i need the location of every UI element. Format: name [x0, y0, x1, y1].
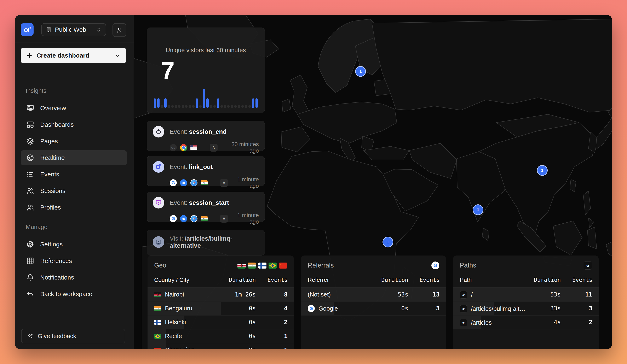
sidebar-divider [15, 42, 134, 43]
realtime-globe-icon [26, 154, 34, 162]
event-card-session-start[interactable]: Event:session_start G A 1 minute ago [147, 192, 265, 222]
map-marker[interactable]: 1 [355, 66, 366, 77]
geo-events: 8 [284, 291, 288, 298]
robot-icon [153, 126, 164, 137]
give-feedback-label: Give feedback [38, 333, 76, 340]
geo-row-nairobi[interactable]: Nairobi 1m 26s 8 [148, 288, 294, 302]
geo-events: 1 [284, 346, 288, 349]
sessions-people-icon [26, 187, 34, 195]
referral-row-not-set[interactable]: (Not set) 53s 13 [301, 288, 446, 302]
sidebar-item-settings[interactable]: Settings [21, 237, 127, 252]
paths-panel-title: Paths [460, 262, 584, 269]
path-duration: 53s [550, 291, 561, 298]
sidebar-item-realtime[interactable]: Realtime [21, 150, 127, 165]
path-row-articles[interactable]: oı'/articles 4s 2 [453, 316, 599, 329]
path-events: 3 [589, 305, 592, 312]
sidebar-item-sessions[interactable]: Sessions [21, 183, 127, 198]
events-icon [26, 170, 34, 179]
sidebar-item-pages[interactable]: Pages [21, 134, 127, 149]
sidebar-item-overview[interactable]: Overview [21, 101, 127, 116]
histogram-empty-slot [168, 105, 170, 108]
sidebar-item-references[interactable]: References [21, 253, 127, 268]
histogram-empty-slot [178, 105, 180, 108]
referrals-col-duration: Duration [381, 277, 408, 283]
map-marker[interactable]: 1 [537, 165, 548, 176]
referral-events: 13 [432, 291, 440, 298]
flag-kenya-icon [237, 263, 246, 269]
geo-events: 1 [284, 332, 288, 340]
histogram-empty-slot [161, 105, 163, 108]
site-favicon-text: oı' [462, 307, 465, 310]
sidebar-item-notifications[interactable]: Notifications [21, 270, 127, 285]
geo-row-chongqing[interactable]: Chongqing 0s 1 [148, 343, 294, 349]
site-favicon: oı' [584, 261, 592, 270]
flag-brazil-icon [154, 334, 161, 339]
paths-col-duration: Duration [534, 277, 561, 283]
unique-visitors-card: Unique vistors last 30 minutes 7 [147, 28, 265, 113]
geo-duration: 0s [249, 333, 256, 340]
path-events: 2 [589, 319, 592, 326]
histogram-bar [217, 98, 219, 108]
map-marker[interactable]: 1 [382, 237, 393, 247]
histogram-empty-slot [199, 105, 202, 108]
plus-icon [26, 52, 33, 59]
sidebar-item-label: Settings [40, 241, 63, 248]
sidebar-item-label: Pages [40, 138, 58, 145]
sidebar-item-label: Back to workspace [40, 290, 92, 298]
geo-city: Helsinki [165, 319, 186, 326]
sidebar-item-profiles[interactable]: Profiles [21, 200, 127, 215]
geo-duration: 0s [249, 305, 256, 312]
flag-india-icon [201, 216, 208, 221]
geo-flag-row [237, 263, 287, 269]
sidebar-item-events[interactable]: Events [21, 167, 127, 182]
geo-row-helsinki[interactable]: Helsinki 0s 2 [148, 316, 294, 329]
path-name: / [471, 292, 473, 298]
geo-events: 2 [284, 319, 288, 326]
sidebar-item-dashboards[interactable]: Dashboards [21, 117, 127, 132]
geo-row-bengaluru[interactable]: Bengaluru 0s 4 [148, 302, 294, 316]
geo-city: Chongqing [165, 347, 194, 349]
sidebar-item-back-to-workspace[interactable]: Back to workspace [21, 287, 127, 302]
sidebar: oı' Public Web Create dashboard Insights… [15, 15, 134, 349]
geo-panel: Geo Country / City Duration Events Nairo… [148, 256, 294, 349]
create-dashboard-button[interactable]: Create dashboard [21, 48, 126, 63]
profiles-people-icon [26, 203, 34, 212]
referral-row-google[interactable]: GGoogle 0s 3 [301, 302, 446, 316]
gear-icon [26, 240, 34, 248]
paths-col-path: Path [460, 277, 472, 283]
app-logo-text: oı' [24, 26, 30, 34]
workspace-selector[interactable]: Public Web [41, 23, 106, 36]
geo-city: Bengaluru [165, 305, 192, 312]
geo-panel-title: Geo [154, 262, 237, 269]
sidebar-item-label: References [40, 257, 72, 264]
site-favicon-text: oı' [462, 293, 465, 297]
referrer-name: (Not set) [308, 291, 331, 298]
flag-brazil-icon [268, 263, 277, 269]
user-account-button[interactable] [112, 23, 126, 37]
event-card-link-out[interactable]: Event:link_out G A 1 minute ago [147, 156, 265, 186]
flag-finland-icon [258, 263, 266, 269]
map-marker[interactable]: 1 [473, 204, 483, 215]
path-row-bullmq-alt[interactable]: oı'/articles/bullmq-alt… 33s 3 [453, 302, 599, 316]
histogram-empty-slot [227, 105, 230, 108]
user-icon [116, 27, 123, 33]
event-card-session-end[interactable]: Event:session_end OS A 30 minutes ago [147, 121, 265, 151]
flag-china-icon [279, 263, 287, 269]
event-card-visit[interactable]: Visit:/articles/bullmq-alternative [147, 230, 265, 256]
flag-finland-icon [154, 320, 161, 325]
histogram-bar [164, 98, 167, 108]
histogram-bar [252, 98, 254, 108]
monitor-play-icon [153, 197, 164, 209]
histogram-bar [206, 98, 209, 108]
autocapture-badge: A [210, 144, 217, 152]
geo-row-recife[interactable]: Recife 0s 1 [148, 329, 294, 343]
app-logo[interactable]: oı' [21, 23, 34, 36]
flag-india-icon [154, 306, 161, 311]
path-duration: 4s [554, 319, 561, 326]
event-name: session_end [189, 128, 227, 135]
path-row-root[interactable]: oı'/ 53s 11 [453, 288, 599, 302]
realtime-map-area: 1111 Unique vistors last 30 minutes 7 Ev… [134, 15, 612, 349]
flag-us-icon [190, 145, 197, 150]
give-feedback-button[interactable]: Give feedback [21, 329, 125, 343]
sidebar-item-label: Overview [40, 105, 66, 112]
